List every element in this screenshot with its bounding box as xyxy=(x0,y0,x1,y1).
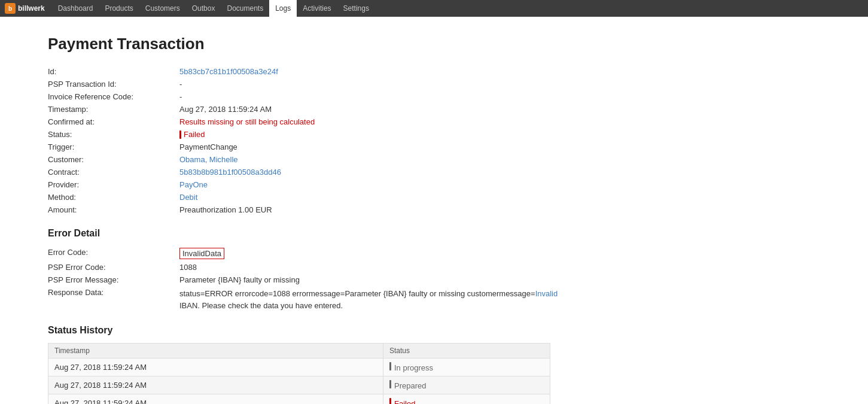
status-text-prepared: Prepared xyxy=(394,381,426,390)
detail-row-status: Status: Failed xyxy=(48,128,610,141)
detail-row-method: Method: Debit xyxy=(48,191,610,203)
nav-documents[interactable]: Documents xyxy=(221,0,269,17)
detail-row-amount: Amount: Preauthorization 1.00 EUR xyxy=(48,203,610,216)
trigger-label: Trigger: xyxy=(48,142,179,151)
status-text: Failed xyxy=(184,130,205,139)
status-history-heading: Status History xyxy=(48,325,610,336)
psp-value: - xyxy=(179,80,182,89)
detail-row-provider: Provider: PayOne xyxy=(48,178,610,191)
contract-label: Contract: xyxy=(48,168,179,177)
response-data-value: status=ERROR errorcode=1088 errormessage… xyxy=(179,288,568,311)
status-label: Status: xyxy=(48,130,179,139)
table-row: Aug 27, 2018 11:59:24 AMIn progress xyxy=(48,359,550,376)
brand: b billwerk xyxy=(5,3,45,14)
amount-value: Preauthorization 1.00 EUR xyxy=(179,205,272,214)
timestamp-label: Timestamp: xyxy=(48,105,179,114)
provider-label: Provider: xyxy=(48,180,179,189)
history-status: In progress xyxy=(383,359,550,376)
navbar: b billwerk Dashboard Products Customers … xyxy=(0,0,868,17)
history-status: Prepared xyxy=(383,376,550,394)
status-bar-inprogress xyxy=(389,362,391,370)
psp-label: PSP Transaction Id: xyxy=(48,80,179,89)
error-row-psp-code: PSP Error Code: 1088 xyxy=(48,261,610,274)
id-value[interactable]: 5b83cb7c81b1f00508a3e24f xyxy=(179,67,278,76)
detail-row-confirmed: Confirmed at: Results missing or still b… xyxy=(48,116,610,128)
response-data-label: Response Data: xyxy=(48,288,179,297)
detail-row-id: Id: 5b83cb7c81b1f00508a3e24f xyxy=(48,65,610,78)
customer-value[interactable]: Obama, Michelle xyxy=(179,155,238,164)
nav-outbox[interactable]: Outbox xyxy=(186,0,221,17)
detail-row-invoice: Invoice Reference Code: - xyxy=(48,90,610,103)
history-timestamp: Aug 27, 2018 11:59:24 AM xyxy=(48,394,383,405)
error-code-label: Error Code: xyxy=(48,248,179,259)
status-text-failed: Failed xyxy=(394,399,415,404)
customer-label: Customer: xyxy=(48,155,179,164)
col-status: Status xyxy=(383,344,550,359)
nav-activities[interactable]: Activities xyxy=(297,0,337,17)
status-history-table: Timestamp Status Aug 27, 2018 11:59:24 A… xyxy=(48,343,550,404)
detail-row-contract: Contract: 5b83b8b981b1f00508a3dd46 xyxy=(48,166,610,178)
confirmed-value[interactable]: Results missing or still being calculate… xyxy=(179,117,315,126)
contract-value[interactable]: 5b83b8b981b1f00508a3dd46 xyxy=(179,168,281,177)
detail-row-psp: PSP Transaction Id: - xyxy=(48,78,610,90)
status-bar-prepared xyxy=(389,380,391,388)
table-row: Aug 27, 2018 11:59:24 AMFailed xyxy=(48,394,550,405)
trigger-value: PaymentChange xyxy=(179,142,237,151)
error-table: Error Code: InvalidData PSP Error Code: … xyxy=(48,246,610,313)
amount-label: Amount: xyxy=(48,205,179,214)
history-status: Failed xyxy=(383,394,550,405)
detail-row-trigger: Trigger: PaymentChange xyxy=(48,141,610,153)
status-text-inprogress: In progress xyxy=(394,363,433,372)
invoice-label: Invoice Reference Code: xyxy=(48,92,179,101)
detail-row-customer: Customer: Obama, Michelle xyxy=(48,153,610,166)
col-timestamp: Timestamp xyxy=(48,344,383,359)
method-value[interactable]: Debit xyxy=(179,193,197,202)
provider-value[interactable]: PayOne xyxy=(179,180,208,189)
brand-icon: b xyxy=(5,3,16,14)
detail-table: Id: 5b83cb7c81b1f00508a3e24f PSP Transac… xyxy=(48,65,610,216)
psp-error-msg-label: PSP Error Message: xyxy=(48,275,179,284)
detail-row-timestamp: Timestamp: Aug 27, 2018 11:59:24 AM xyxy=(48,103,610,116)
nav-logs[interactable]: Logs xyxy=(269,0,297,17)
error-detail-heading: Error Detail xyxy=(48,228,610,239)
history-timestamp: Aug 27, 2018 11:59:24 AM xyxy=(48,359,383,376)
timestamp-value: Aug 27, 2018 11:59:24 AM xyxy=(179,105,272,114)
history-timestamp: Aug 27, 2018 11:59:24 AM xyxy=(48,376,383,394)
nav-settings[interactable]: Settings xyxy=(337,0,375,17)
confirmed-label: Confirmed at: xyxy=(48,117,179,126)
brand-name: billwerk xyxy=(18,4,45,13)
status-bar-failed xyxy=(389,398,391,404)
nav-dashboard[interactable]: Dashboard xyxy=(52,0,99,17)
psp-error-code-value: 1088 xyxy=(179,263,197,272)
error-row-response: Response Data: status=ERROR errorcode=10… xyxy=(48,286,610,313)
nav-products[interactable]: Products xyxy=(99,0,139,17)
status-bar-failed xyxy=(179,130,181,139)
status-value: Failed xyxy=(179,130,205,139)
table-row: Aug 27, 2018 11:59:24 AMPrepared xyxy=(48,376,550,394)
error-code-value: InvalidData xyxy=(179,248,224,259)
nav-customers[interactable]: Customers xyxy=(139,0,186,17)
psp-error-msg-value: Parameter {IBAN} faulty or missing xyxy=(179,275,300,284)
page-title: Payment Transaction xyxy=(48,35,610,53)
invoice-value: - xyxy=(179,92,182,101)
psp-error-code-label: PSP Error Code: xyxy=(48,263,179,272)
error-row-code: Error Code: InvalidData xyxy=(48,246,610,261)
id-label: Id: xyxy=(48,67,179,76)
invalid-link[interactable]: Invalid xyxy=(535,289,558,298)
main-content: Payment Transaction Id: 5b83cb7c81b1f005… xyxy=(0,17,658,404)
error-row-psp-msg: PSP Error Message: Parameter {IBAN} faul… xyxy=(48,274,610,286)
method-label: Method: xyxy=(48,193,179,202)
